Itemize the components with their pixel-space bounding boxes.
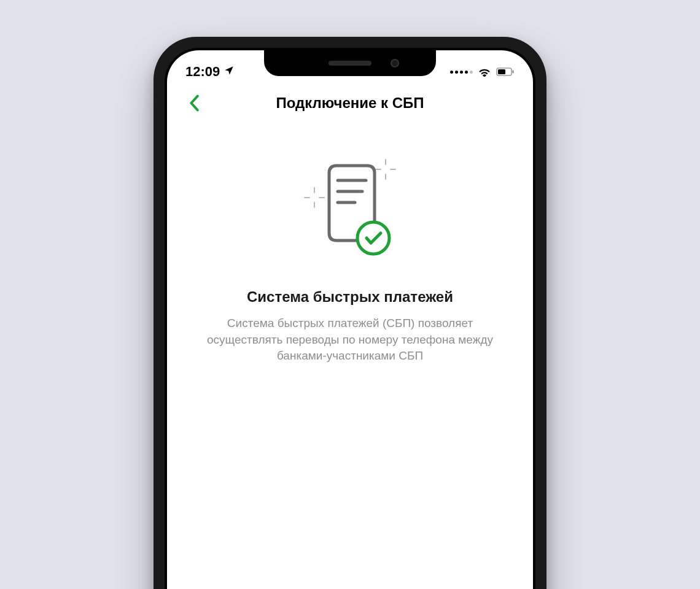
check-circle-icon (357, 222, 389, 254)
document-check-illustration (289, 153, 411, 264)
svg-rect-2 (513, 71, 514, 74)
back-button[interactable] (182, 91, 206, 115)
content-title: Система быстрых платежей (247, 288, 453, 306)
status-left: 12:09 (185, 64, 235, 80)
wifi-icon (478, 67, 491, 77)
status-time: 12:09 (185, 64, 220, 80)
phone-rim: 12:09 (165, 48, 535, 589)
cellular-signal-icon (450, 71, 473, 74)
chevron-left-icon (189, 94, 199, 112)
navigation-bar: Подключение к СБП (167, 83, 533, 123)
phone-notch (264, 50, 436, 76)
nav-title: Подключение к СБП (276, 94, 424, 112)
sparkle-icon (376, 160, 395, 179)
notch-speaker (329, 61, 371, 66)
phone-screen: 12:09 (167, 50, 533, 589)
content-area: Система быстрых платежей Система быстрых… (167, 123, 533, 364)
sparkle-icon (305, 188, 324, 207)
phone-frame: 12:09 (154, 37, 546, 589)
battery-icon (496, 67, 515, 76)
notch-camera (391, 59, 399, 67)
svg-rect-1 (498, 69, 505, 74)
svg-point-14 (357, 222, 389, 254)
location-arrow-icon (224, 64, 235, 80)
content-description: Система быстрых платежей (СБП) позволяет… (203, 315, 497, 364)
status-right (450, 67, 515, 77)
